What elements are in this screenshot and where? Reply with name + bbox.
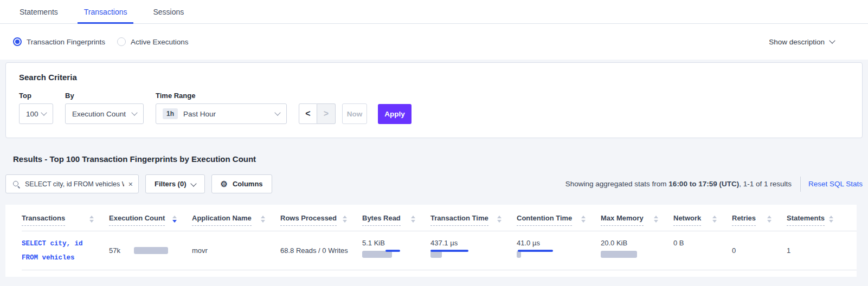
- by-field: By Execution Count: [65, 92, 144, 124]
- sql-search-input[interactable]: SELECT city, id FROM vehicles WHE ×: [5, 174, 139, 193]
- previous-time-button[interactable]: <: [299, 103, 317, 124]
- cell-transaction-fingerprint: SELECT city, id FROM vehicles: [22, 231, 109, 270]
- cell-contention-time: 41.0 µs: [517, 231, 601, 270]
- by-select-value: Execution Count: [72, 110, 126, 118]
- sort-icon[interactable]: [767, 216, 771, 223]
- transaction-fingerprint-link[interactable]: SELECT city, id FROM vehicles: [22, 237, 83, 265]
- tab-statements[interactable]: Statements: [13, 0, 65, 23]
- radio-transaction-fingerprints[interactable]: Transaction Fingerprints: [13, 37, 105, 46]
- tab-sessions[interactable]: Sessions: [146, 0, 190, 23]
- column-header-retries[interactable]: Retries: [732, 214, 787, 226]
- filters-label: Filters (0): [155, 180, 187, 188]
- stats-prefix: Showing aggregated stats from: [565, 180, 669, 188]
- sort-icon[interactable]: [411, 216, 415, 223]
- sort-icon[interactable]: [829, 216, 833, 223]
- time-range-field: Time Range 1h Past Hour: [156, 92, 287, 124]
- radio-unselected-icon[interactable]: [117, 37, 126, 46]
- chevron-down-icon: [829, 37, 835, 43]
- table-header-row: Transactions Execution Count Application…: [22, 205, 857, 231]
- sort-icon[interactable]: [581, 216, 586, 223]
- apply-button[interactable]: Apply: [378, 104, 412, 124]
- show-description-label: Show description: [769, 38, 825, 46]
- column-header-max-memory[interactable]: Max Memory: [601, 214, 673, 226]
- search-criteria-title: Search Criteria: [19, 73, 849, 82]
- column-header-execution-count[interactable]: Execution Count: [109, 214, 192, 226]
- top-label: Top: [19, 92, 53, 100]
- top-field: Top 100: [19, 92, 53, 124]
- search-input-value[interactable]: SELECT city, id FROM vehicles WHE: [25, 180, 124, 188]
- column-header-transaction-time[interactable]: Transaction Time: [430, 214, 517, 226]
- columns-label: Columns: [233, 180, 263, 188]
- column-header-transactions[interactable]: Transactions: [22, 214, 109, 226]
- tab-bar: Statements Transactions Sessions: [0, 0, 868, 24]
- results-toolbar: SELECT city, id FROM vehicles WHE × Filt…: [5, 174, 863, 193]
- time-pager: < >: [299, 103, 336, 124]
- sort-icon[interactable]: [89, 216, 94, 223]
- top-select[interactable]: 100: [19, 103, 53, 124]
- sort-icon[interactable]: [343, 216, 347, 223]
- stats-suffix: , 1-1 of 1 results: [739, 180, 792, 188]
- sort-icon[interactable]: [654, 216, 658, 223]
- column-header-statements[interactable]: Statements: [787, 214, 848, 226]
- cell-retries: 0: [732, 231, 787, 270]
- column-header-contention-time[interactable]: Contention Time: [517, 214, 601, 226]
- stats-range: 16:00 to 17:59 (UTC): [668, 180, 739, 188]
- vertical-divider: [800, 177, 801, 192]
- chevron-down-icon: [190, 180, 196, 186]
- filters-button[interactable]: Filters (0): [145, 174, 205, 193]
- search-criteria-form: Top 100 By Execution Count Time Range 1h…: [19, 92, 849, 124]
- now-button[interactable]: Now: [342, 103, 367, 124]
- next-time-button[interactable]: >: [317, 103, 336, 124]
- cell-execution-count: 57k: [109, 231, 192, 270]
- by-label: By: [65, 92, 144, 100]
- radio-selected-icon[interactable]: [13, 37, 22, 46]
- gear-icon: ⚙: [221, 180, 228, 188]
- sort-icon[interactable]: [497, 216, 501, 223]
- sort-icon[interactable]: [261, 216, 265, 223]
- cell-statements: 1: [787, 231, 848, 270]
- results-heading: Results - Top 100 Transaction Fingerprin…: [13, 154, 863, 164]
- time-range-select[interactable]: 1h Past Hour: [156, 103, 287, 124]
- time-range-value: Past Hour: [183, 110, 216, 118]
- reset-sql-stats-link[interactable]: Reset SQL Stats: [808, 180, 863, 188]
- by-select[interactable]: Execution Count: [65, 103, 144, 124]
- execution-count-bar: [134, 247, 188, 254]
- cell-application-name: movr: [192, 231, 280, 270]
- search-icon: [12, 180, 20, 188]
- top-bar: Statements Transactions Sessions Transac…: [0, 0, 868, 60]
- table-row: SELECT city, id FROM vehicles 57k movr 6…: [22, 231, 857, 270]
- sort-icon[interactable]: [172, 216, 177, 223]
- transactions-table: Transactions Execution Count Application…: [5, 205, 857, 277]
- column-header-application-name[interactable]: Application Name: [192, 214, 280, 226]
- cell-network: 0 B: [673, 231, 732, 270]
- cell-rows-processed: 68.8 Reads / 0 Writes: [280, 231, 362, 270]
- cell-max-memory: 20.0 KiB: [601, 231, 673, 270]
- chevron-down-icon: [274, 109, 280, 115]
- time-range-badge: 1h: [163, 108, 178, 119]
- tab-transactions[interactable]: Transactions: [78, 0, 134, 23]
- column-header-bytes-read[interactable]: Bytes Read: [362, 214, 430, 226]
- time-range-label: Time Range: [156, 92, 287, 100]
- columns-button[interactable]: ⚙ Columns: [211, 174, 272, 193]
- cell-transaction-time: 437.1 µs: [430, 231, 517, 270]
- page-content: Search Criteria Top 100 By Execution Cou…: [0, 62, 868, 277]
- clear-search-icon[interactable]: ×: [124, 180, 133, 188]
- radio-label: Active Executions: [131, 38, 189, 46]
- cell-bytes-read: 5.1 KiB: [362, 231, 430, 270]
- column-header-rows-processed[interactable]: Rows Processed: [280, 214, 362, 226]
- radio-active-executions[interactable]: Active Executions: [117, 37, 189, 46]
- search-criteria-panel: Search Criteria Top 100 By Execution Cou…: [5, 62, 863, 138]
- view-toggle-bar: Transaction Fingerprints Active Executio…: [0, 24, 868, 60]
- aggregated-stats-text: Showing aggregated stats from 16:00 to 1…: [565, 180, 792, 188]
- chevron-down-icon: [131, 109, 137, 115]
- column-header-network[interactable]: Network: [673, 214, 732, 226]
- top-select-value: 100: [26, 110, 38, 118]
- sort-icon[interactable]: [712, 216, 717, 223]
- radio-label: Transaction Fingerprints: [27, 38, 105, 46]
- chevron-down-icon: [41, 109, 47, 115]
- show-description-toggle[interactable]: Show description: [769, 38, 834, 46]
